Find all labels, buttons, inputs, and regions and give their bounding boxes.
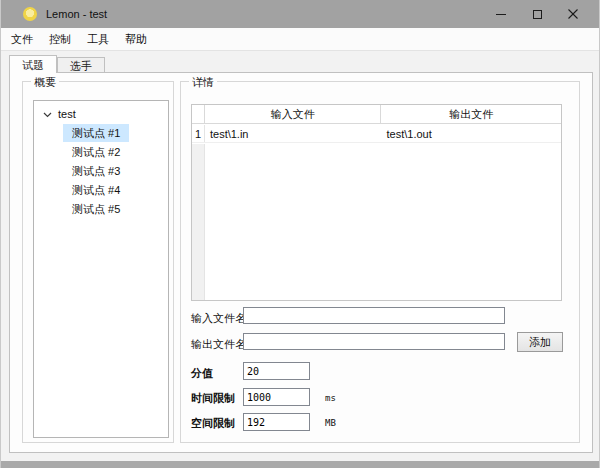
row-header-gutter [192,144,205,300]
window-title: Lemon - test [46,8,483,20]
testcase-file-table[interactable]: 输入文件 输出文件 1 test\1.in test\1.out [191,104,562,301]
lemon-app-icon [23,7,37,21]
tree-item-testcase-5[interactable]: 测试点 #5 [34,200,168,219]
tree-item-label: 测试点 #4 [63,181,129,199]
chevron-down-icon[interactable] [43,112,52,118]
titlebar: Lemon - test [1,0,599,28]
tree-item-testcase-1[interactable]: 测试点 #1 [34,124,168,143]
input-filename-label: 输入文件名 [191,311,246,326]
tree-item-testcase-2[interactable]: 测试点 #2 [34,143,168,162]
time-limit-label: 时间限制 [191,391,235,406]
cell-input-file[interactable]: test\1.in [205,125,382,142]
tree-root-item[interactable]: test [34,105,168,124]
close-button[interactable] [555,0,591,28]
close-icon [568,9,578,19]
details-groupbox: 详情 输入文件 输出文件 1 test\1.in test\1.out 输入文件… [180,81,580,443]
memory-unit-label: MB [325,418,336,428]
summary-groupbox: 概要 test 测试点 #1 测试点 #2 测试点 #3 [22,81,174,443]
output-filename-field[interactable] [243,333,505,350]
tab-problems[interactable]: 试题 [9,55,57,73]
tree-item-testcase-3[interactable]: 测试点 #3 [34,162,168,181]
tree-item-label: 测试点 #2 [63,143,129,161]
row-number: 1 [192,125,205,142]
menu-help[interactable]: 帮助 [117,28,155,51]
testcase-tree: test 测试点 #1 测试点 #2 测试点 #3 测试点 #4 测试点 #5 [33,100,169,438]
menu-file[interactable]: 文件 [3,28,41,51]
minimize-button[interactable] [483,0,519,28]
menu-control[interactable]: 控制 [41,28,79,51]
tab-contestants[interactable]: 选手 [57,57,105,73]
memory-limit-label: 空间限制 [191,416,235,431]
table-row[interactable]: 1 test\1.in test\1.out [192,125,561,143]
tabstrip: 试题 选手 [9,55,105,73]
menu-tools[interactable]: 工具 [79,28,117,51]
score-label: 分值 [191,366,213,381]
tree-root-label: test [58,105,76,124]
minimize-icon [496,14,506,15]
tree-item-label: 测试点 #5 [63,200,129,218]
time-unit-label: ms [325,393,336,403]
table-header: 输入文件 输出文件 [192,105,561,124]
tree-item-testcase-4[interactable]: 测试点 #4 [34,181,168,200]
tree-item-label: 测试点 #3 [63,162,129,180]
tab-page-problems: 概要 test 测试点 #1 测试点 #2 测试点 #3 [9,72,593,453]
details-group-title: 详情 [189,75,217,90]
time-limit-field[interactable] [243,388,310,406]
menubar: 文件 控制 工具 帮助 [1,28,599,51]
tree-item-label: 测试点 #1 [63,124,129,142]
column-header-input-file[interactable]: 输入文件 [205,105,382,123]
summary-group-title: 概要 [31,75,59,90]
cell-output-file[interactable]: test\1.out [381,125,561,142]
maximize-icon [533,10,542,19]
add-button[interactable]: 添加 [517,332,563,352]
memory-limit-field[interactable] [243,413,310,431]
score-field[interactable] [243,362,310,380]
maximize-button[interactable] [519,0,555,28]
output-filename-label: 输出文件名 [191,337,246,352]
table-corner [192,105,205,123]
input-filename-field[interactable] [243,307,505,324]
window-bottom-edge [1,461,599,468]
caption-buttons [483,0,591,28]
column-header-output-file[interactable]: 输出文件 [381,105,561,123]
app-window: Lemon - test 文件 控制 工具 帮助 试题 选手 [0,0,600,468]
